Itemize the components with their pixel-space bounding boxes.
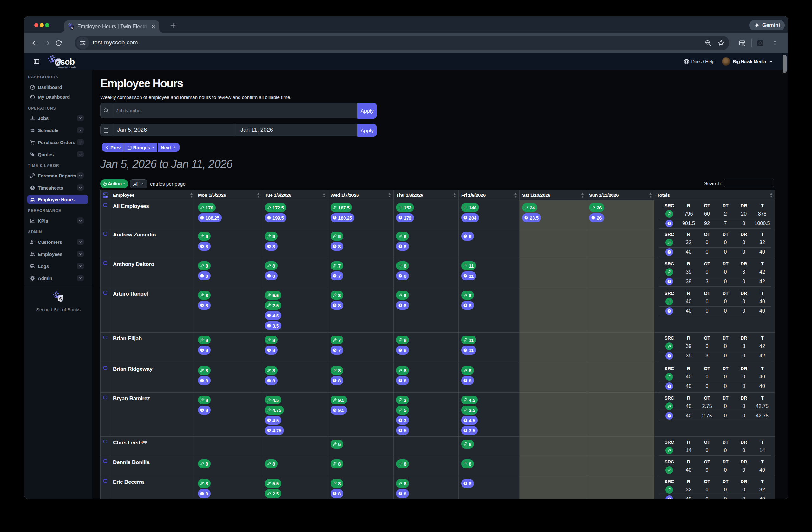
svg-text:s: s [71,26,73,29]
svg-text:sob: sob [60,57,75,67]
svg-text:second set of books: second set of books [58,66,76,68]
svg-text:s: s [59,295,62,302]
svg-text:s: s [56,59,60,66]
